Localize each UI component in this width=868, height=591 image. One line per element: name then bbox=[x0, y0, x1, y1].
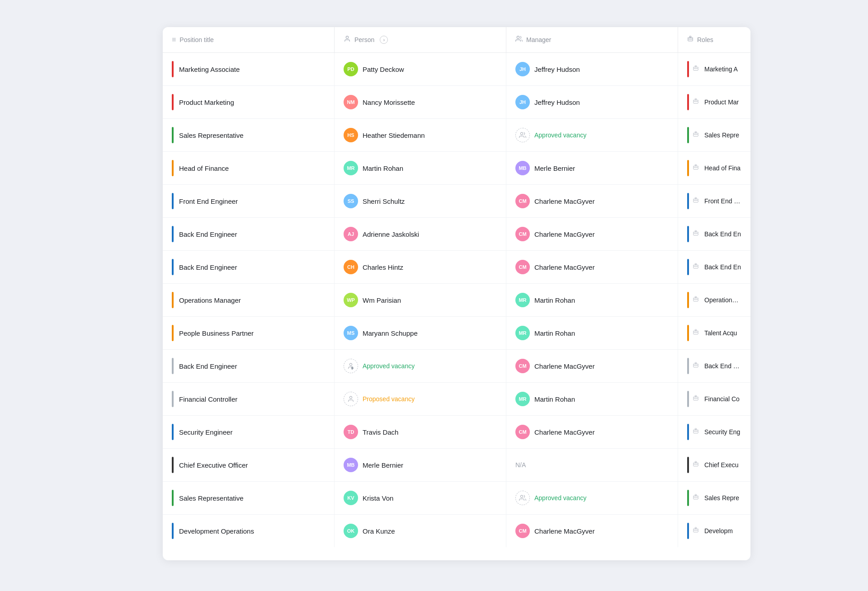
role-color-bar bbox=[687, 424, 689, 440]
manager-name: Charlene MacGyver bbox=[534, 362, 594, 370]
role-cell: Developm bbox=[678, 515, 750, 547]
position-title: Security Engineer bbox=[179, 428, 232, 436]
expand-button[interactable]: › bbox=[380, 36, 388, 44]
person-name: Wm Parisian bbox=[363, 296, 401, 304]
table-row[interactable]: Marketing AssociatePDPatty DeckowJHJeffr… bbox=[163, 53, 750, 86]
table-row[interactable]: Sales RepresentativeKVKrista VonApproved… bbox=[163, 482, 750, 515]
manager-cell: CMCharlene MacGyver bbox=[506, 350, 678, 382]
svg-point-16 bbox=[349, 396, 352, 399]
manager-cell: CMCharlene MacGyver bbox=[506, 185, 678, 217]
person-cell: WPWm Parisian bbox=[335, 284, 506, 316]
position-cell: Security Engineer bbox=[163, 416, 335, 448]
position-title: Sales Representative bbox=[179, 131, 244, 139]
position-cell: Product Marketing bbox=[163, 86, 335, 118]
manager-vacancy-icon bbox=[515, 491, 530, 505]
table-row[interactable]: Back End Engineer$Approved vacancyCMChar… bbox=[163, 350, 750, 383]
table-row[interactable]: Sales RepresentativeHSHeather Stiedemann… bbox=[163, 119, 750, 152]
role-cell: Back End Eng bbox=[678, 350, 750, 382]
person-avatar: TD bbox=[344, 425, 358, 439]
person-avatar: NM bbox=[344, 95, 358, 109]
manager-name: Martin Rohan bbox=[534, 329, 575, 337]
svg-rect-15 bbox=[695, 362, 697, 363]
role-cell: Financial Co bbox=[678, 383, 750, 415]
manager-cell: N/A bbox=[506, 449, 678, 481]
table-row[interactable]: Front End EngineerSSSherri SchultzCMChar… bbox=[163, 185, 750, 218]
table-row[interactable]: Product MarketingNMNancy MorissetteJHJef… bbox=[163, 86, 750, 119]
table-row[interactable]: Security EngineerTDTravis DachCMCharlene… bbox=[163, 416, 750, 449]
manager-name: Martin Rohan bbox=[534, 296, 575, 304]
position-cell: People Business Partner bbox=[163, 317, 335, 349]
header-roles-label: Roles bbox=[697, 36, 713, 43]
svg-point-13 bbox=[349, 363, 352, 366]
manager-cell: CMCharlene MacGyver bbox=[506, 218, 678, 250]
table-row[interactable]: Development OperationsOKOra KunzeCMCharl… bbox=[163, 515, 750, 547]
person-cell: MRMartin Rohan bbox=[335, 152, 506, 184]
position-color-bar bbox=[172, 127, 174, 143]
list-icon: ≡ bbox=[172, 36, 176, 44]
manager-name: Charlene MacGyver bbox=[534, 527, 594, 535]
role-cell: Chief Execu bbox=[678, 449, 750, 481]
person-avatar: MS bbox=[344, 326, 358, 340]
person-avatar: MR bbox=[344, 161, 358, 175]
svg-text:$: $ bbox=[351, 366, 353, 370]
position-cell: Back End Engineer bbox=[163, 350, 335, 382]
manager-icon bbox=[515, 35, 523, 44]
person-cell: OKOra Kunze bbox=[335, 515, 506, 547]
manager-cell: MRMartin Rohan bbox=[506, 284, 678, 316]
role-color-bar bbox=[687, 325, 689, 341]
proposed-vacancy-text: Proposed vacancy bbox=[363, 395, 415, 403]
role-clipboard-icon bbox=[693, 65, 699, 73]
svg-point-0 bbox=[346, 36, 348, 38]
person-cell: CHCharles Hintz bbox=[335, 251, 506, 283]
manager-cell: MRMartin Rohan bbox=[506, 383, 678, 415]
person-name: Charles Hintz bbox=[363, 263, 403, 271]
position-cell: Chief Executive Officer bbox=[163, 449, 335, 481]
position-color-bar bbox=[172, 61, 174, 77]
role-color-bar bbox=[687, 193, 689, 209]
svg-rect-2 bbox=[689, 36, 691, 37]
manager-avatar: MR bbox=[515, 392, 530, 406]
svg-point-5 bbox=[520, 132, 523, 135]
role-color-bar bbox=[687, 127, 689, 143]
position-color-bar bbox=[172, 358, 174, 374]
person-avatar: SS bbox=[344, 194, 358, 208]
svg-rect-6 bbox=[695, 131, 697, 132]
role-text: Product Mar bbox=[704, 98, 739, 106]
role-clipboard-icon bbox=[693, 131, 699, 139]
person-name: Sherri Schultz bbox=[363, 197, 405, 205]
role-cell: Product Mar bbox=[678, 86, 750, 118]
person-name: Krista Von bbox=[363, 494, 393, 502]
position-cell: Development Operations bbox=[163, 515, 335, 547]
person-cell: MBMerle Bernier bbox=[335, 449, 506, 481]
manager-avatar: CM bbox=[515, 524, 530, 538]
position-color-bar bbox=[172, 490, 174, 506]
table-row[interactable]: Operations ManagerWPWm ParisianMRMartin … bbox=[163, 284, 750, 317]
role-clipboard-icon bbox=[693, 428, 699, 436]
svg-rect-17 bbox=[695, 395, 697, 396]
position-color-bar bbox=[172, 523, 174, 539]
role-text: Operations M bbox=[704, 296, 741, 304]
table-row[interactable]: Financial ControllerProposed vacancyMRMa… bbox=[163, 383, 750, 416]
position-cell: Sales Representative bbox=[163, 119, 335, 151]
person-avatar: PD bbox=[344, 62, 358, 76]
role-cell: Talent Acqu bbox=[678, 317, 750, 349]
table-row[interactable]: People Business PartnerMSMaryann Schuppe… bbox=[163, 317, 750, 350]
position-title: Chief Executive Officer bbox=[179, 461, 248, 469]
person-cell: TDTravis Dach bbox=[335, 416, 506, 448]
person-name: Ora Kunze bbox=[363, 527, 395, 535]
table-row[interactable]: Chief Executive OfficerMBMerle BernierN/… bbox=[163, 449, 750, 482]
role-text: Sales Repre bbox=[704, 494, 739, 502]
position-color-bar bbox=[172, 292, 174, 308]
table-row[interactable]: Back End EngineerAJAdrienne JaskolskiCMC… bbox=[163, 218, 750, 251]
role-cell: Back End En bbox=[678, 218, 750, 250]
manager-name: Merle Bernier bbox=[534, 164, 575, 172]
manager-name: Charlene MacGyver bbox=[534, 428, 594, 436]
table-row[interactable]: Back End EngineerCHCharles HintzCMCharle… bbox=[163, 251, 750, 284]
manager-cell: MRMartin Rohan bbox=[506, 317, 678, 349]
person-cell: SSSherri Schultz bbox=[335, 185, 506, 217]
role-cell: Front End En bbox=[678, 185, 750, 217]
position-color-bar bbox=[172, 94, 174, 110]
role-color-bar bbox=[687, 391, 689, 407]
role-clipboard-icon bbox=[693, 527, 699, 535]
table-row[interactable]: Head of FinanceMRMartin RohanMBMerle Ber… bbox=[163, 152, 750, 185]
